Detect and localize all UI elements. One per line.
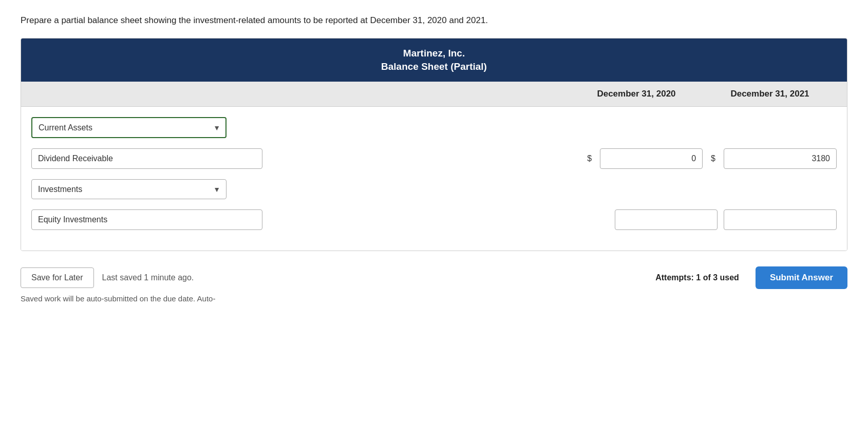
investments-select[interactable]: Investments Long-term Investments Short-… bbox=[31, 179, 227, 199]
current-assets-select[interactable]: Current Assets Non-current Assets Total … bbox=[31, 117, 227, 138]
footer-row: Save for Later Last saved 1 minute ago. … bbox=[21, 266, 847, 289]
current-assets-select-wrapper: Current Assets Non-current Assets Total … bbox=[31, 117, 227, 138]
last-saved-text: Last saved 1 minute ago. bbox=[102, 273, 194, 282]
attempts-text: Attempts: 1 of 3 used bbox=[655, 273, 739, 282]
col-header-2020: December 31, 2020 bbox=[570, 89, 703, 99]
col-header-2021: December 31, 2021 bbox=[703, 89, 837, 99]
current-assets-row: Current Assets Non-current Assets Total … bbox=[31, 117, 837, 138]
bs-header: Martinez, Inc. Balance Sheet (Partial) bbox=[21, 39, 847, 82]
column-headers: December 31, 2020 December 31, 2021 bbox=[21, 82, 847, 107]
dollar-sign-2020: $ bbox=[585, 154, 594, 163]
investments-select-wrapper: Investments Long-term Investments Short-… bbox=[31, 179, 227, 199]
dividend-receivable-input[interactable] bbox=[31, 148, 262, 169]
investments-row: Investments Long-term Investments Short-… bbox=[31, 179, 837, 199]
dividend-receivable-2020-input[interactable] bbox=[600, 148, 703, 169]
submit-answer-button[interactable]: Submit Answer bbox=[756, 266, 847, 289]
intro-text: Prepare a partial balance sheet showing … bbox=[21, 15, 847, 26]
equity-investments-row bbox=[31, 209, 837, 230]
dollar-sign-2021: $ bbox=[709, 154, 718, 163]
company-name: Martinez, Inc. bbox=[31, 48, 837, 59]
equity-investments-input[interactable] bbox=[31, 209, 262, 230]
dividend-receivable-row: $ $ bbox=[31, 148, 837, 169]
equity-investments-2020-input[interactable] bbox=[615, 209, 718, 230]
sheet-title: Balance Sheet (Partial) bbox=[31, 61, 837, 72]
save-later-button[interactable]: Save for Later bbox=[21, 267, 94, 288]
dividend-receivable-2021-input[interactable] bbox=[724, 148, 837, 169]
bs-body: Current Assets Non-current Assets Total … bbox=[21, 107, 847, 251]
equity-investments-2021-input[interactable] bbox=[724, 209, 837, 230]
auto-submit-text: Saved work will be auto-submitted on the… bbox=[21, 294, 847, 303]
balance-sheet-container: Martinez, Inc. Balance Sheet (Partial) D… bbox=[21, 38, 847, 251]
